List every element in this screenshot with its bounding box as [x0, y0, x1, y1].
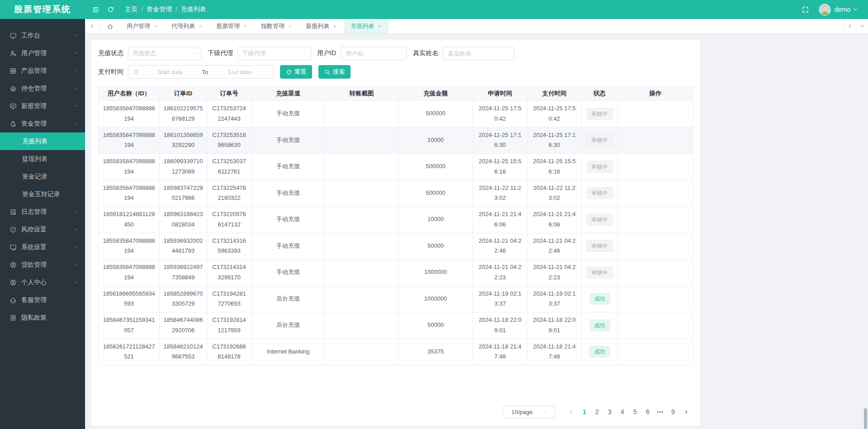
- tabs-scroll-left-button[interactable]: [85, 19, 100, 33]
- status-badge: 成功: [589, 293, 610, 305]
- sidebar-item-workbench[interactable]: 工作台: [0, 27, 85, 44]
- column-header: 转账截图: [325, 87, 398, 101]
- profile-icon: [9, 279, 17, 286]
- chevron-down-icon: [192, 51, 197, 56]
- filter-row-2: 支付时间 Start date To End date 重置: [98, 65, 693, 79]
- sidebar-item-positions[interactable]: 持仓管理: [0, 80, 85, 97]
- sidebar-item-funds[interactable]: 资金管理: [0, 115, 85, 132]
- column-header: 订单号: [207, 87, 251, 101]
- cell-channel: 手动充值: [251, 127, 325, 154]
- sidebar-item-privacy[interactable]: 隐私政策: [0, 309, 85, 326]
- cell-user-id: 1859181214881128450: [99, 207, 160, 233]
- content-area: 充值状态 充值状态 下级代理 下级代理 用户ID 真实姓名: [85, 34, 868, 429]
- chevron-down-icon: [74, 86, 79, 91]
- filter-status-select[interactable]: 充值状态: [128, 47, 202, 60]
- page-number-4[interactable]: 4: [616, 405, 629, 418]
- chevron-down-icon: [74, 245, 79, 250]
- tab-new-stocks[interactable]: 新股列表: [299, 19, 344, 33]
- sidebar-collapse-icon[interactable]: [90, 5, 100, 14]
- avatar[interactable]: [819, 4, 831, 16]
- real-name-input[interactable]: [443, 47, 514, 60]
- cell-action: [618, 154, 693, 180]
- cell-amount: 50000: [398, 233, 473, 259]
- cell-screenshot: [325, 286, 398, 312]
- close-icon[interactable]: [243, 24, 247, 28]
- tab-recharge-list[interactable]: 充值列表: [344, 19, 389, 33]
- filter-agent-select[interactable]: 下级代理: [237, 47, 311, 60]
- breadcrumb-separator: /: [175, 6, 177, 13]
- user-id-input[interactable]: [341, 47, 407, 60]
- chevron-down-icon: [302, 51, 307, 56]
- page-number-9[interactable]: 9: [667, 405, 679, 418]
- sidebar-subitem-recharge-list[interactable]: 充值列表: [0, 132, 85, 150]
- sidebar-item-users[interactable]: 用户管理: [0, 44, 85, 62]
- next-page-button[interactable]: [679, 405, 693, 418]
- page-number-2[interactable]: 2: [591, 405, 603, 418]
- table-header: 用户名称（ID）订单ID订单号充值渠道转账截图充值金额申请时间支付时间状态操作: [99, 87, 693, 101]
- cell-action: [618, 127, 693, 154]
- reset-button[interactable]: 重置: [280, 65, 312, 79]
- close-icon[interactable]: [377, 24, 382, 28]
- sidebar-item-service[interactable]: 客服管理: [0, 291, 85, 309]
- sidebar-item-logs[interactable]: 日志管理: [0, 203, 85, 221]
- prev-page-button[interactable]: [564, 405, 578, 418]
- sidebar-item-profile[interactable]: 个人中心: [0, 273, 85, 291]
- cell-pay-time: 2024-11-21 04:22:23: [527, 259, 582, 286]
- search-icon: [324, 69, 330, 75]
- sidebar-item-loans[interactable]: 贷款管理: [0, 256, 85, 273]
- cell-screenshot: [325, 127, 398, 154]
- sidebar-item-risk[interactable]: 风控设置: [0, 221, 85, 238]
- column-header: 操作: [618, 87, 693, 101]
- sidebar-subitem-fund-records[interactable]: 资金记录: [0, 168, 85, 185]
- username[interactable]: demo: [835, 6, 850, 13]
- home-icon[interactable]: [100, 19, 120, 33]
- sidebar-subitem-withdraw-list[interactable]: 提现列表: [0, 150, 85, 168]
- pay-time-range-input[interactable]: Start date To End date: [128, 65, 274, 79]
- search-button[interactable]: 搜索: [318, 65, 351, 79]
- tab-indexes[interactable]: 指数管理: [254, 19, 299, 33]
- cell-status: 审核中: [582, 180, 618, 207]
- refresh-icon[interactable]: [106, 5, 116, 14]
- tabs-scroll-right-button[interactable]: [844, 19, 856, 33]
- scrollbar[interactable]: [863, 19, 868, 429]
- cell-pay-time: 2024-11-18 22:09:01: [527, 312, 582, 339]
- table-row: 18562617211284275211858462101249687553C1…: [99, 339, 693, 365]
- chevron-down-icon: [74, 33, 79, 38]
- cell-channel: 手动充值: [251, 259, 325, 286]
- tab-users[interactable]: 用户管理: [120, 19, 165, 33]
- page-number-1[interactable]: 1: [578, 405, 591, 418]
- page-more-button[interactable]: •••: [654, 405, 667, 418]
- cell-pay-time: 2024-11-21 04:22:46: [527, 233, 582, 259]
- chevron-down-icon: [74, 209, 79, 214]
- close-icon[interactable]: [332, 24, 337, 28]
- sidebar-item-label: 资金管理: [21, 120, 47, 128]
- chevron-down-icon[interactable]: [853, 7, 858, 12]
- page-number-3[interactable]: 3: [603, 405, 616, 418]
- tab-agents[interactable]: 代理列表: [165, 19, 209, 33]
- sidebar-menu: 工作台用户管理产品管理持仓管理新股管理资金管理充值列表提现列表资金记录资金互转记…: [0, 19, 85, 429]
- scrollbar-thumb[interactable]: [864, 408, 867, 429]
- tabbar: 用户管理代理列表股票管理指数管理新股列表充值列表: [85, 19, 868, 34]
- privacy-icon: [9, 314, 17, 321]
- loans-icon: [9, 261, 17, 269]
- status-badge: 审核中: [587, 134, 613, 146]
- sidebar-item-products[interactable]: 产品管理: [0, 62, 85, 80]
- table-row: 18558358470988881941861013586593292290C1…: [99, 127, 693, 154]
- sidebar-item-new-stocks[interactable]: 新股管理: [0, 97, 85, 115]
- cell-channel: 手动充值: [251, 180, 325, 207]
- page-number-6[interactable]: 6: [641, 405, 654, 418]
- page-number-5[interactable]: 5: [629, 405, 641, 418]
- cell-amount: 1000000: [398, 259, 473, 286]
- close-icon[interactable]: [288, 24, 292, 28]
- close-icon[interactable]: [153, 24, 158, 28]
- sidebar-item-system[interactable]: 系统设置: [0, 238, 85, 256]
- sidebar-subitem-fund-transfer-records[interactable]: 资金互转记录: [0, 185, 85, 203]
- risk-icon: [9, 226, 17, 233]
- page-size-select[interactable]: 10/page: [503, 405, 555, 418]
- close-icon[interactable]: [198, 24, 203, 28]
- tab-stocks[interactable]: 股票管理: [209, 19, 254, 33]
- cell-channel: 手动充值: [251, 101, 325, 127]
- fullscreen-icon[interactable]: [801, 5, 811, 14]
- cell-action: [618, 101, 693, 127]
- breadcrumb-home[interactable]: 主页: [125, 5, 138, 14]
